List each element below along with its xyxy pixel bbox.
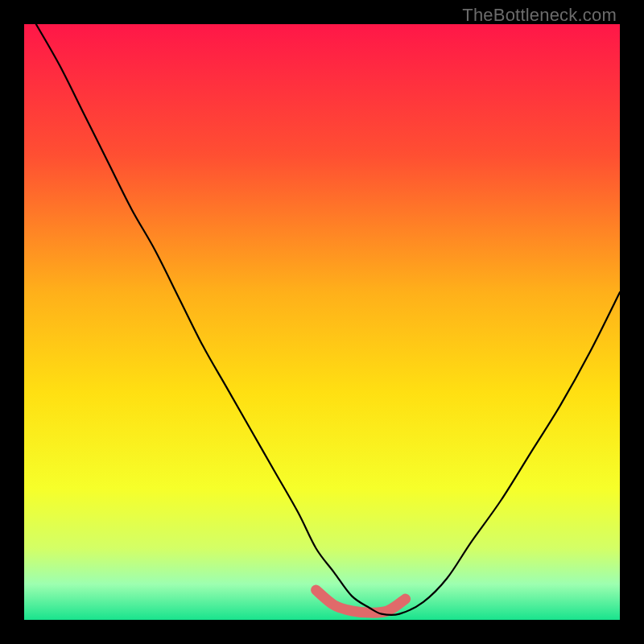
chart-container: TheBottleneck.com [0, 0, 644, 644]
plot-area [24, 24, 620, 620]
gradient-background [24, 24, 620, 620]
watermark-text: TheBottleneck.com [462, 5, 617, 26]
chart-svg [24, 24, 620, 620]
